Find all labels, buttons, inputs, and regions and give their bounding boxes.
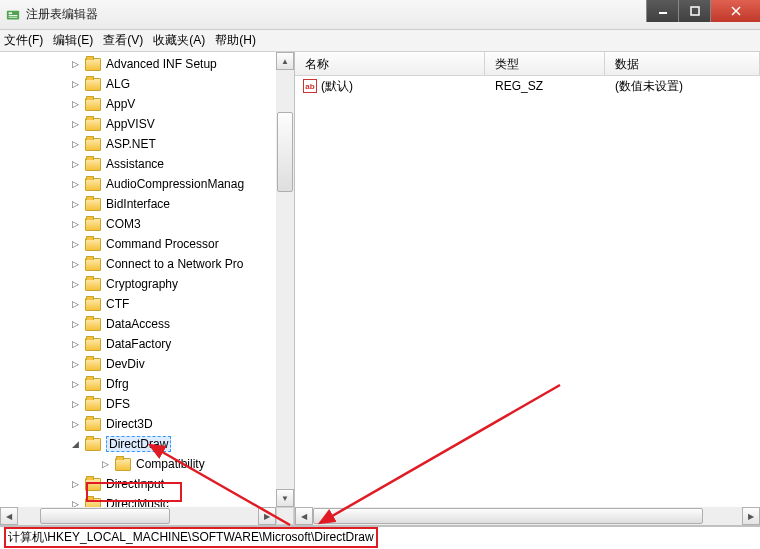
tree-item[interactable]: ◢DirectDraw (0, 434, 276, 454)
tree-item[interactable]: ▷COM3 (0, 214, 276, 234)
scroll-down-button[interactable]: ▼ (276, 489, 294, 507)
expand-icon[interactable]: ▷ (70, 79, 80, 89)
expand-icon[interactable]: ▷ (70, 119, 80, 129)
folder-icon (85, 398, 101, 411)
tree-item[interactable]: ▷Direct3D (0, 414, 276, 434)
tree-item-label: Direct3D (106, 417, 153, 431)
svg-rect-5 (691, 7, 699, 15)
menu-help[interactable]: 帮助(H) (215, 32, 256, 49)
scroll-left-button[interactable]: ◀ (0, 507, 18, 525)
scroll-thumb-h[interactable] (313, 508, 703, 524)
value-pane: 名称 类型 数据 ab (默认) REG_SZ (数值未设置) ◀ ▶ (295, 52, 760, 525)
expand-icon[interactable]: ▷ (70, 179, 80, 189)
content: ▷Advanced INF Setup▷ALG▷AppV▷AppVISV▷ASP… (0, 52, 760, 526)
tree-item[interactable]: ▷DevDiv (0, 354, 276, 374)
tree-item-label: Dfrg (106, 377, 129, 391)
maximize-button[interactable] (678, 0, 710, 22)
scroll-thumb-h[interactable] (40, 508, 170, 524)
tree-item-label: DataAccess (106, 317, 170, 331)
expand-icon[interactable]: ▷ (70, 139, 80, 149)
tree-item[interactable]: ▷ALG (0, 74, 276, 94)
scroll-thumb[interactable] (277, 112, 293, 192)
expand-icon[interactable]: ▷ (70, 359, 80, 369)
scroll-right-button[interactable]: ▶ (742, 507, 760, 525)
expand-icon[interactable]: ▷ (70, 399, 80, 409)
window-buttons (646, 0, 760, 22)
expand-icon[interactable]: ▷ (70, 279, 80, 289)
minimize-button[interactable] (646, 0, 678, 22)
tree-item[interactable]: ▷Command Processor (0, 234, 276, 254)
tree-item-label: BidInterface (106, 197, 170, 211)
horizontal-scrollbar-right[interactable]: ◀ ▶ (295, 507, 760, 525)
tree-item[interactable]: ▷CTF (0, 294, 276, 314)
tree-item-label: DFS (106, 397, 130, 411)
tree-item-label: COM3 (106, 217, 141, 231)
registry-tree[interactable]: ▷Advanced INF Setup▷ALG▷AppV▷AppVISV▷ASP… (0, 52, 276, 507)
value-row[interactable]: ab (默认) REG_SZ (数值未设置) (295, 76, 760, 96)
value-type: REG_SZ (485, 79, 605, 93)
expand-icon[interactable]: ▷ (70, 299, 80, 309)
tree-item[interactable]: ▷DFS (0, 394, 276, 414)
tree-item-label: ASP.NET (106, 137, 156, 151)
expand-icon[interactable]: ◢ (70, 439, 80, 449)
tree-item[interactable]: ▷AppV (0, 94, 276, 114)
scroll-up-button[interactable]: ▲ (276, 52, 294, 70)
tree-item[interactable]: ▷Compatibility (0, 454, 276, 474)
folder-icon (115, 458, 131, 471)
expand-icon[interactable]: ▷ (100, 459, 110, 469)
expand-icon[interactable]: ▷ (70, 159, 80, 169)
folder-icon (85, 98, 101, 111)
folder-icon (85, 198, 101, 211)
close-button[interactable] (710, 0, 760, 22)
scroll-left-button[interactable]: ◀ (295, 507, 313, 525)
folder-icon (85, 318, 101, 331)
expand-icon[interactable]: ▷ (70, 239, 80, 249)
folder-icon (85, 218, 101, 231)
expand-icon[interactable]: ▷ (70, 499, 80, 507)
tree-item[interactable]: ▷BidInterface (0, 194, 276, 214)
expand-icon[interactable]: ▷ (70, 99, 80, 109)
expand-icon[interactable]: ▷ (70, 219, 80, 229)
folder-icon (85, 278, 101, 291)
tree-item[interactable]: ▷AppVISV (0, 114, 276, 134)
window-title: 注册表编辑器 (26, 6, 98, 23)
folder-icon (85, 258, 101, 271)
expand-icon[interactable]: ▷ (70, 319, 80, 329)
tree-item-label: Cryptography (106, 277, 178, 291)
svg-rect-2 (9, 15, 18, 16)
tree-item[interactable]: ▷Advanced INF Setup (0, 54, 276, 74)
horizontal-scrollbar[interactable]: ◀ ▶ (0, 507, 276, 525)
expand-icon[interactable]: ▷ (70, 419, 80, 429)
annotation-highlight-tree (86, 482, 182, 502)
tree-item-label: AppVISV (106, 117, 155, 131)
tree-item[interactable]: ▷DataAccess (0, 314, 276, 334)
expand-icon[interactable]: ▷ (70, 379, 80, 389)
statusbar: 计算机\HKEY_LOCAL_MACHINE\SOFTWARE\Microsof… (0, 526, 760, 548)
menu-favorites[interactable]: 收藏夹(A) (153, 32, 205, 49)
expand-icon[interactable]: ▷ (70, 199, 80, 209)
menu-file[interactable]: 文件(F) (4, 32, 43, 49)
menu-view[interactable]: 查看(V) (103, 32, 143, 49)
menu-edit[interactable]: 编辑(E) (53, 32, 93, 49)
tree-item[interactable]: ▷DataFactory (0, 334, 276, 354)
tree-item[interactable]: ▷AudioCompressionManag (0, 174, 276, 194)
tree-item[interactable]: ▷Assistance (0, 154, 276, 174)
tree-item-label: AudioCompressionManag (106, 177, 244, 191)
tree-item[interactable]: ▷Dfrg (0, 374, 276, 394)
expand-icon[interactable]: ▷ (70, 339, 80, 349)
column-data[interactable]: 数据 (605, 52, 760, 75)
expand-icon[interactable]: ▷ (70, 479, 80, 489)
vertical-scrollbar[interactable]: ▲ ▼ (276, 52, 294, 507)
tree-item-label: Connect to a Network Pro (106, 257, 243, 271)
expand-icon[interactable]: ▷ (70, 59, 80, 69)
value-name: (默认) (321, 78, 353, 95)
tree-item-label: DirectDraw (106, 436, 171, 452)
scroll-right-button[interactable]: ▶ (258, 507, 276, 525)
column-name[interactable]: 名称 (295, 52, 485, 75)
folder-icon (85, 378, 101, 391)
tree-item[interactable]: ▷ASP.NET (0, 134, 276, 154)
column-type[interactable]: 类型 (485, 52, 605, 75)
tree-item[interactable]: ▷Cryptography (0, 274, 276, 294)
expand-icon[interactable]: ▷ (70, 259, 80, 269)
tree-item[interactable]: ▷Connect to a Network Pro (0, 254, 276, 274)
